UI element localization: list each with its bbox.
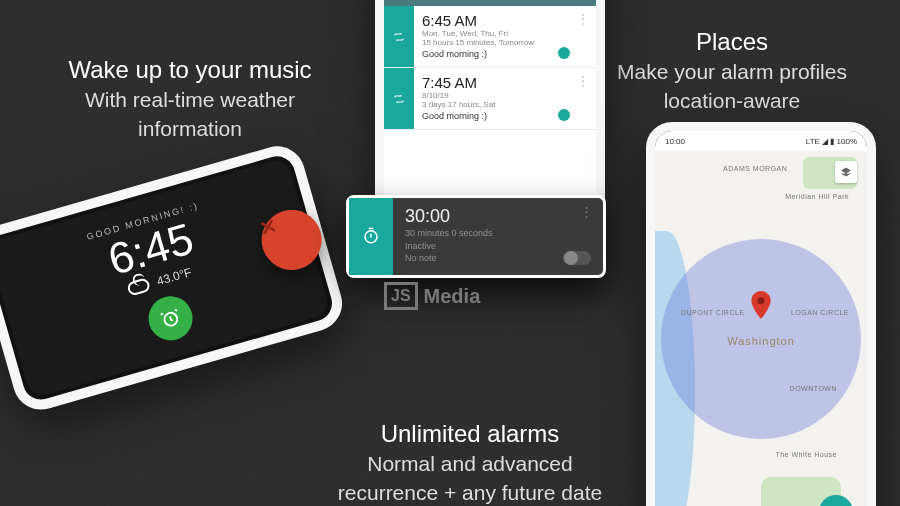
timer-detail: 30 minutes 0 seconds xyxy=(405,227,591,240)
heading-alarms-title: Unlimited alarms xyxy=(300,418,640,450)
heading-alarms-sub1: Normal and advanced xyxy=(300,450,640,478)
more-icon[interactable]: ⋮ xyxy=(577,12,588,26)
timer-duration: 30:00 xyxy=(405,206,591,227)
heading-places-sub1: Make your alarm profiles xyxy=(592,58,872,86)
map-label: LOGAN CIRCLE xyxy=(791,309,849,316)
watermark-text: Media xyxy=(424,285,481,308)
dismiss-icon xyxy=(255,213,282,240)
map-label: Meridian Hill Park xyxy=(785,193,849,200)
map-city: Washington xyxy=(727,335,795,347)
alarm-actions xyxy=(143,291,197,345)
map-label: The White House xyxy=(775,451,837,458)
heading-alarms-sub2: recurrence + any future date xyxy=(300,479,640,506)
watermark-logo: JS xyxy=(384,282,418,310)
heading-alarms: Unlimited alarms Normal and advanced rec… xyxy=(300,418,640,506)
timer-status: Inactive xyxy=(405,240,591,253)
more-icon[interactable]: ⋮ xyxy=(577,74,588,88)
snooze-button[interactable] xyxy=(143,291,197,345)
phone3-frame: 10:00 LTE ◢ ▮ 100% ADAMS MORGAN Meridian… xyxy=(646,122,876,506)
snooze-icon xyxy=(157,305,184,332)
heading-music-sub1: With real-time weather xyxy=(30,86,350,114)
alarm-toggle[interactable] xyxy=(558,109,570,121)
layers-button[interactable] xyxy=(835,161,857,183)
heading-places-title: Places xyxy=(592,26,872,58)
heading-places: Places Make your alarm profiles location… xyxy=(592,26,872,115)
alarm-days-label: 8/10/19 xyxy=(422,91,588,100)
map-pin[interactable] xyxy=(750,291,772,323)
map-label: DUPONT CIRCLE xyxy=(681,309,745,316)
map-label: ADAMS MORGAN xyxy=(723,165,787,172)
timer-body: 30:00 30 minutes 0 seconds Inactive No n… xyxy=(393,198,603,275)
timer-icon xyxy=(362,227,380,245)
alarm-row[interactable]: 6:45 AM Mon, Tue, Wed, Thu, Fri 15 hours… xyxy=(384,6,596,68)
svg-point-2 xyxy=(758,298,765,305)
status-time: 10:00 xyxy=(665,137,685,146)
heading-music-title: Wake up to your music xyxy=(30,54,350,86)
alarm-toggle[interactable] xyxy=(558,47,570,59)
timer-popup[interactable]: 30:00 30 minutes 0 seconds Inactive No n… xyxy=(346,195,606,278)
alarm-time-label: 6:45 AM xyxy=(422,12,588,29)
repeat-icon xyxy=(393,93,405,105)
repeat-icon xyxy=(393,31,405,43)
timer-toggle[interactable] xyxy=(563,251,591,265)
alarm-countdown-label: 15 hours 15 minutes, Tomorrow xyxy=(422,38,588,47)
timer-badge xyxy=(349,198,393,275)
alarm-body: 6:45 AM Mon, Tue, Wed, Thu, Fri 15 hours… xyxy=(414,6,596,67)
repeat-badge xyxy=(384,6,414,67)
alarm-row[interactable]: 7:45 AM 8/10/19 3 days 17 hours, Sat Goo… xyxy=(384,68,596,130)
heading-music: Wake up to your music With real-time wea… xyxy=(30,54,350,143)
alarm-body: 7:45 AM 8/10/19 3 days 17 hours, Sat Goo… xyxy=(414,68,596,129)
cloud-icon xyxy=(126,277,151,297)
alarm-countdown-label: 3 days 17 hours, Sat xyxy=(422,100,588,109)
more-icon[interactable]: ⋮ xyxy=(580,204,593,219)
alarm-days-label: Mon, Tue, Wed, Thu, Fri xyxy=(422,29,588,38)
alarm-time-label: 7:45 AM xyxy=(422,74,588,91)
status-bar: 10:00 LTE ◢ ▮ 100% xyxy=(655,131,867,151)
watermark: JS Media xyxy=(384,282,480,310)
repeat-badge xyxy=(384,68,414,129)
status-right: LTE ◢ ▮ 100% xyxy=(806,137,857,146)
map-label: DOWNTOWN xyxy=(790,385,837,392)
heading-places-sub2: location-aware xyxy=(592,87,872,115)
layers-icon xyxy=(840,166,852,178)
map-canvas[interactable]: ADAMS MORGAN Meridian Hill Park DUPONT C… xyxy=(655,151,867,506)
phone-map: 10:00 LTE ◢ ▮ 100% ADAMS MORGAN Meridian… xyxy=(646,122,876,506)
pin-icon xyxy=(750,291,772,319)
